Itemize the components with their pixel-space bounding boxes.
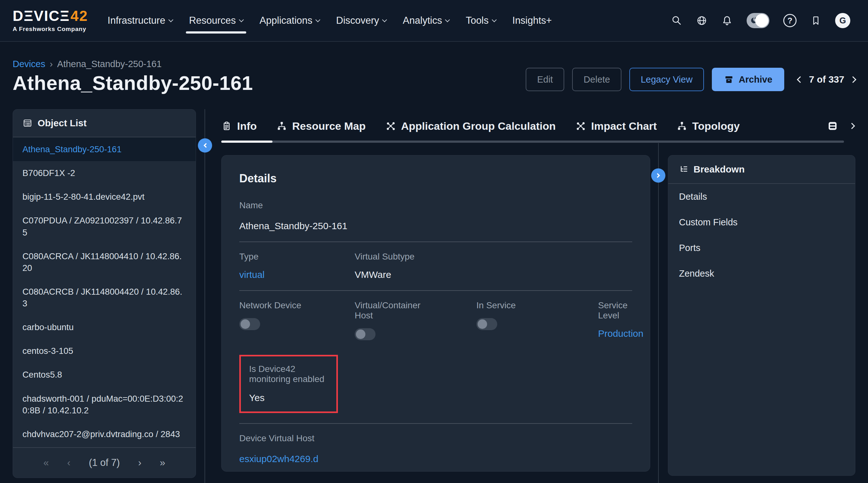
tab-application-group-calculation[interactable]: Application Group Calculation: [385, 120, 556, 132]
nav-item-applications[interactable]: Applications: [259, 0, 319, 41]
nav-item-tools[interactable]: Tools: [466, 0, 496, 41]
collapse-sidebar-button[interactable]: [198, 138, 212, 152]
list-item[interactable]: Athena_Standby-250-161: [13, 137, 196, 161]
type-value-link[interactable]: virtual: [239, 269, 355, 280]
globe-icon[interactable]: [696, 15, 707, 26]
type-field: Type virtual: [239, 252, 355, 280]
tab-label: Application Group Calculation: [401, 120, 556, 132]
service-level-value-link[interactable]: Production: [598, 328, 643, 339]
type-label: Type: [239, 252, 321, 262]
org-chart-icon: [276, 121, 287, 131]
expand-breakdown-button[interactable]: [651, 168, 665, 182]
list-item[interactable]: C070PDUA / ZA0921002397 / 10.42.86.75: [13, 208, 196, 244]
virtual-subtype-label: Virtual Subtype: [355, 252, 437, 262]
top-nav: DΞVICΞ42 A Freshworks Company Infrastruc…: [0, 0, 868, 42]
nav-item-discovery[interactable]: Discovery: [336, 0, 386, 41]
active-tab-underline: [221, 141, 273, 143]
logo-tagline: A Freshworks Company: [13, 26, 88, 33]
action-bar: Edit Delete Legacy View Archive 7 of 337: [526, 68, 855, 91]
first-page-button[interactable]: «: [43, 457, 49, 468]
flags-row: Network Device Virtual/Container Host In…: [239, 301, 632, 340]
delete-button[interactable]: Delete: [572, 68, 621, 91]
nav-item-label: Insights+: [513, 15, 552, 26]
object-list: Athena_Standby-250-161 B706DF1X -2 bigip…: [13, 137, 196, 447]
tab-label: Info: [237, 120, 257, 132]
nav-item-analytics[interactable]: Analytics: [403, 0, 449, 41]
nav-item-resources[interactable]: Resources: [189, 0, 243, 41]
legacy-view-button[interactable]: Legacy View: [629, 68, 704, 91]
archive-icon: [724, 75, 734, 85]
breakdown-item-custom-fields[interactable]: Custom Fields: [668, 209, 855, 235]
bell-icon[interactable]: [721, 15, 733, 26]
help-icon[interactable]: ?: [783, 14, 797, 27]
nav-item-label: Analytics: [403, 15, 442, 26]
archive-button-label: Archive: [739, 75, 772, 85]
breakdown-item-details[interactable]: Details: [668, 184, 855, 209]
list-item[interactable]: bigip-11-5-2-80-41.device42.pvt: [13, 185, 196, 208]
tab-info[interactable]: Info: [221, 120, 257, 132]
last-page-button[interactable]: »: [160, 457, 165, 468]
service-level-field: Service Level Production: [598, 301, 643, 340]
tab-impact-chart[interactable]: Impact Chart: [575, 120, 657, 132]
list-item[interactable]: chadsworth-001 / pduMac=00:0E:D3:00:20:8…: [13, 387, 196, 422]
breakdown-header: Breakdown: [668, 155, 855, 184]
rack-view-icon[interactable]: [826, 120, 839, 132]
logo-wordmark: DΞVICΞ42: [13, 8, 88, 23]
user-avatar[interactable]: G: [835, 13, 850, 28]
nav-icon-group: ? G: [671, 13, 850, 28]
breakdown-panel: Breakdown Details Custom Fields Ports Ze…: [668, 155, 855, 476]
object-list-icon: [23, 118, 33, 128]
name-label: Name: [239, 200, 632, 210]
chevron-down-icon: [492, 17, 497, 22]
list-item[interactable]: C080ACRCB / JK1148004420 / 10.42.86.3: [13, 280, 196, 315]
nav-item-insights-plus[interactable]: Insights+: [513, 0, 552, 41]
list-item[interactable]: carbo-ubuntu: [13, 315, 196, 339]
tab-resource-map[interactable]: Resource Map: [276, 120, 365, 132]
main-menu: Infrastructure Resources Applications Di…: [107, 0, 552, 41]
network-device-toggle[interactable]: [239, 318, 260, 330]
tab-label: Resource Map: [292, 120, 365, 132]
object-list-title: Object List: [38, 118, 87, 129]
org-chart-icon: [677, 121, 687, 131]
breadcrumb: Devices › Athena_Standby-250-161: [13, 59, 161, 69]
virtual-subtype-field: Virtual Subtype VMWare: [355, 252, 632, 280]
prev-page-button[interactable]: ‹: [67, 457, 70, 468]
breadcrumb-devices-link[interactable]: Devices: [13, 59, 45, 69]
tab-label: Topology: [692, 120, 740, 132]
pager-prev-icon[interactable]: [797, 76, 804, 83]
search-icon[interactable]: [671, 15, 682, 26]
next-page-button[interactable]: ›: [138, 457, 141, 468]
chevron-left-icon: [203, 143, 208, 148]
device-virtual-host-link[interactable]: esxiup02wh4269.d: [239, 454, 632, 464]
virtual-container-host-label: Virtual/Container Host: [355, 301, 437, 321]
left-splitter: [205, 109, 205, 483]
nav-item-infrastructure[interactable]: Infrastructure: [107, 0, 173, 41]
breakdown-item-ports[interactable]: Ports: [668, 235, 855, 261]
bookmark-icon[interactable]: [810, 15, 821, 26]
list-item[interactable]: chdvhvac207-2@priv.dvtrading.co / 2843: [13, 422, 196, 446]
chevron-down-icon: [239, 17, 244, 22]
virtual-container-host-field: Virtual/Container Host: [355, 301, 476, 340]
list-item[interactable]: Centos5.8: [13, 363, 196, 387]
list-item[interactable]: C080ACRCA / JK1148004410 / 10.42.86.20: [13, 244, 196, 280]
divider: [239, 290, 632, 291]
nav-item-label: Applications: [259, 15, 312, 26]
chevron-down-icon: [315, 17, 320, 22]
right-splitter: [658, 143, 659, 483]
tab-bar: Info Resource Map Application Group Calc…: [221, 109, 855, 143]
theme-toggle[interactable]: [747, 13, 769, 28]
chevron-down-icon: [382, 17, 387, 22]
pager-next-icon[interactable]: [850, 76, 856, 83]
tab-topology[interactable]: Topology: [677, 120, 740, 132]
virtual-container-host-toggle[interactable]: [355, 328, 375, 340]
list-item[interactable]: B706DF1X -2: [13, 161, 196, 185]
divider: [239, 242, 632, 242]
tabs-scroll-right-icon[interactable]: [849, 123, 855, 129]
archive-button[interactable]: Archive: [712, 68, 784, 91]
in-service-toggle[interactable]: [476, 318, 497, 330]
breakdown-item-zendesk[interactable]: Zendesk: [668, 261, 855, 286]
list-item[interactable]: centos-3-105: [13, 339, 196, 363]
monitoring-highlight-box: Is Device42 monitoring enabled Yes: [239, 355, 338, 413]
device42-logo[interactable]: DΞVICΞ42 A Freshworks Company: [13, 8, 88, 33]
edit-button[interactable]: Edit: [526, 68, 564, 91]
